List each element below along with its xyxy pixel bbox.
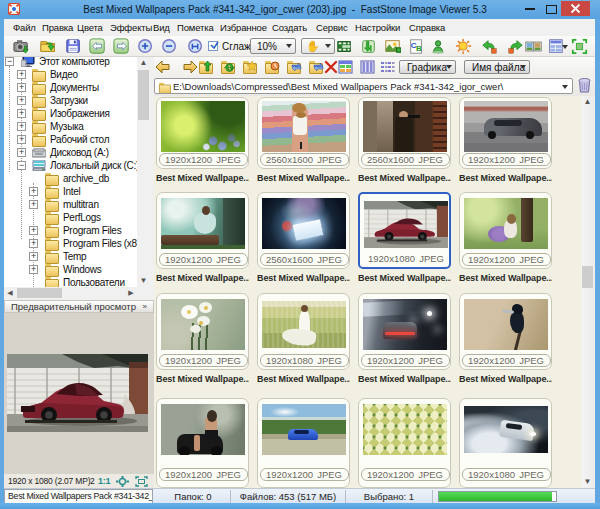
svg-text:B: B [416,44,422,53]
